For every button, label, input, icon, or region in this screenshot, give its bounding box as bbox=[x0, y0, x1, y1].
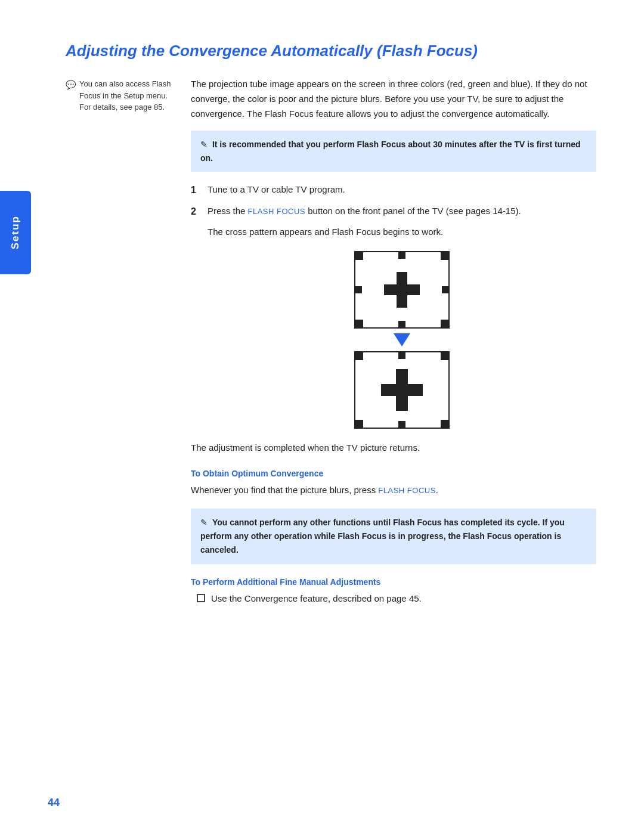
edge-bottom-1 bbox=[398, 321, 405, 328]
cross-symbol-1 bbox=[384, 272, 420, 308]
cross-v-2 bbox=[396, 369, 408, 411]
diagram-container bbox=[208, 251, 596, 429]
side-tab-label: Setup bbox=[10, 215, 21, 249]
page-container: Setup Adjusting the Convergence Automati… bbox=[0, 0, 644, 833]
corner-bl-1 bbox=[355, 320, 363, 328]
intro-section: 💬 You can also access Flash Focus in the… bbox=[66, 77, 596, 606]
left-note: 💬 You can also access Flash Focus in the… bbox=[66, 77, 173, 606]
corner-br-2 bbox=[441, 420, 449, 428]
info-box-1: ✎ It is recommended that you perform Fla… bbox=[191, 131, 596, 172]
corner-tl-2 bbox=[355, 352, 363, 360]
cross-pattern-text: The cross pattern appears and Flash Focu… bbox=[208, 225, 596, 239]
corner-bl-2 bbox=[355, 420, 363, 428]
cross-symbol-2 bbox=[381, 369, 423, 411]
optimum-prefix: Whenever you find that the picture blurs… bbox=[191, 485, 378, 495]
warning-box: ✎ You cannot perform any other functions… bbox=[191, 509, 596, 564]
intro-paragraph: The projection tube image appears on the… bbox=[191, 77, 596, 121]
info-box-1-text: It is recommended that you perform Flash… bbox=[200, 140, 581, 162]
step-2-text: Press the FLASH FOCUS button on the fron… bbox=[208, 204, 596, 219]
note-icon: 💬 bbox=[66, 79, 76, 91]
edge-right-1 bbox=[442, 286, 449, 293]
corner-tl-1 bbox=[355, 252, 363, 260]
step-1-num: 1 bbox=[191, 182, 203, 198]
bullet-text: Use the Convergence feature, described o… bbox=[211, 592, 422, 606]
cross-box-1 bbox=[354, 251, 450, 329]
corner-tr-1 bbox=[441, 252, 449, 260]
step-1-text: Tune to a TV or cable TV program. bbox=[208, 182, 596, 198]
right-content: The projection tube image appears on the… bbox=[191, 77, 596, 606]
bullet-item: Use the Convergence feature, described o… bbox=[197, 592, 596, 606]
step-2-num: 2 bbox=[191, 204, 203, 219]
main-content: Adjusting the Convergence Automatically … bbox=[66, 42, 596, 606]
completion-text: The adjustment is completed when the TV … bbox=[191, 441, 596, 456]
edge-top-2 bbox=[398, 352, 405, 359]
sub-heading-1: To Obtain Optimum Convergence bbox=[191, 469, 596, 478]
optimum-suffix: . bbox=[436, 485, 438, 495]
bullet-square-icon bbox=[197, 594, 205, 602]
optimum-text: Whenever you find that the picture blurs… bbox=[191, 483, 596, 498]
optimum-flash-focus-link: FLASH FOCUS bbox=[378, 486, 436, 495]
pencil-icon-2: ✎ bbox=[200, 518, 208, 527]
edge-left-1 bbox=[355, 286, 362, 293]
corner-br-1 bbox=[441, 320, 449, 328]
pencil-icon-1: ✎ bbox=[200, 140, 208, 149]
corner-tr-2 bbox=[441, 352, 449, 360]
side-note-text: You can also access Flash Focus in the S… bbox=[79, 78, 173, 113]
sub-heading-2: To Perform Additional Fine Manual Adjust… bbox=[191, 577, 596, 587]
cross-v-1 bbox=[397, 272, 407, 308]
warning-box-text: You cannot perform any other functions u… bbox=[200, 518, 565, 555]
edge-top-1 bbox=[398, 252, 405, 259]
cross-box-2 bbox=[354, 351, 450, 429]
step-1: 1 Tune to a TV or cable TV program. bbox=[191, 182, 596, 198]
step-2-prefix: Press the bbox=[208, 206, 248, 216]
arrow-down bbox=[394, 333, 410, 346]
step-2-suffix: button on the front panel of the TV (see… bbox=[305, 206, 521, 216]
step-2: 2 Press the FLASH FOCUS button on the fr… bbox=[191, 204, 596, 219]
page-title: Adjusting the Convergence Automatically … bbox=[66, 42, 596, 60]
step-2-flash-focus-link: FLASH FOCUS bbox=[248, 207, 306, 216]
side-tab: Setup bbox=[0, 191, 31, 274]
page-number: 44 bbox=[48, 797, 60, 809]
edge-bottom-2 bbox=[398, 421, 405, 428]
